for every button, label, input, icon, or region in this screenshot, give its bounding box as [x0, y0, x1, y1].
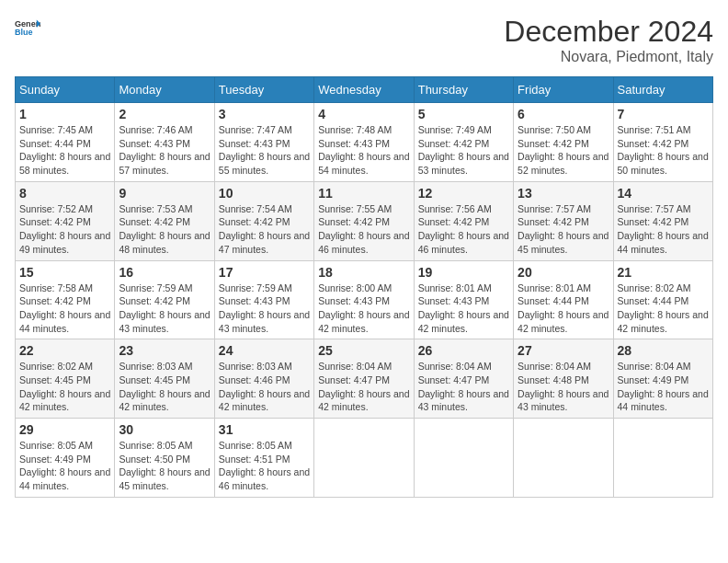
day-info: Sunrise: 8:02 AMSunset: 4:45 PMDaylight:…	[19, 360, 110, 414]
calendar-cell: 12Sunrise: 7:56 AMSunset: 4:42 PMDayligh…	[414, 181, 513, 260]
calendar-cell: 4Sunrise: 7:48 AMSunset: 4:43 PMDaylight…	[314, 103, 414, 182]
day-number: 21	[618, 265, 709, 280]
calendar-day-header: Sunday	[16, 77, 115, 103]
calendar-cell: 31Sunrise: 8:05 AMSunset: 4:51 PMDayligh…	[214, 419, 313, 498]
day-number: 14	[618, 186, 709, 201]
calendar-cell: 28Sunrise: 8:04 AMSunset: 4:49 PMDayligh…	[613, 339, 712, 419]
day-number: 16	[119, 265, 210, 280]
day-number: 13	[518, 186, 609, 201]
day-info: Sunrise: 8:04 AMSunset: 4:48 PMDaylight:…	[518, 360, 609, 414]
day-number: 26	[418, 343, 509, 358]
day-number: 27	[518, 343, 609, 358]
day-number: 10	[219, 186, 310, 201]
day-info: Sunrise: 7:58 AMSunset: 4:42 PMDaylight:…	[19, 282, 110, 336]
day-info: Sunrise: 8:00 AMSunset: 4:43 PMDaylight:…	[318, 282, 409, 336]
day-number: 25	[318, 343, 409, 358]
calendar-day-header: Saturday	[613, 77, 712, 103]
day-info: Sunrise: 7:57 AMSunset: 4:42 PMDaylight:…	[518, 202, 609, 257]
day-info: Sunrise: 7:47 AMSunset: 4:43 PMDaylight:…	[219, 123, 310, 178]
calendar-cell: 14Sunrise: 7:57 AMSunset: 4:42 PMDayligh…	[613, 181, 712, 260]
calendar-cell	[314, 419, 414, 498]
calendar-cell: 8Sunrise: 7:52 AMSunset: 4:42 PMDaylight…	[16, 181, 115, 260]
day-info: Sunrise: 7:45 AMSunset: 4:44 PMDaylight:…	[19, 123, 110, 178]
logo-icon: General Blue	[15, 15, 40, 40]
calendar-cell	[414, 419, 513, 498]
day-number: 6	[518, 107, 609, 121]
day-number: 18	[318, 265, 409, 280]
day-info: Sunrise: 7:49 AMSunset: 4:42 PMDaylight:…	[418, 123, 509, 178]
calendar-week-row: 22Sunrise: 8:02 AMSunset: 4:45 PMDayligh…	[16, 339, 713, 419]
day-info: Sunrise: 7:51 AMSunset: 4:42 PMDaylight:…	[618, 123, 709, 178]
calendar-cell: 20Sunrise: 8:01 AMSunset: 4:44 PMDayligh…	[514, 260, 613, 339]
page-header: General Blue December 2024 Novara, Piedm…	[15, 15, 713, 65]
day-info: Sunrise: 7:52 AMSunset: 4:42 PMDaylight:…	[19, 202, 110, 257]
calendar-cell: 19Sunrise: 8:01 AMSunset: 4:43 PMDayligh…	[414, 260, 513, 339]
day-number: 5	[418, 107, 509, 121]
day-number: 31	[219, 422, 310, 437]
day-info: Sunrise: 8:05 AMSunset: 4:49 PMDaylight:…	[19, 439, 110, 493]
day-number: 23	[119, 343, 210, 358]
day-info: Sunrise: 7:54 AMSunset: 4:42 PMDaylight:…	[219, 202, 310, 257]
day-info: Sunrise: 8:01 AMSunset: 4:43 PMDaylight:…	[418, 282, 509, 336]
day-number: 19	[418, 265, 509, 280]
calendar-cell: 11Sunrise: 7:55 AMSunset: 4:42 PMDayligh…	[314, 181, 414, 260]
title-section: December 2024 Novara, Piedmont, Italy	[504, 15, 713, 65]
calendar-cell: 30Sunrise: 8:05 AMSunset: 4:50 PMDayligh…	[115, 419, 214, 498]
day-info: Sunrise: 8:01 AMSunset: 4:44 PMDaylight:…	[518, 282, 609, 336]
day-info: Sunrise: 7:46 AMSunset: 4:43 PMDaylight:…	[119, 123, 210, 178]
calendar-cell: 18Sunrise: 8:00 AMSunset: 4:43 PMDayligh…	[314, 260, 414, 339]
calendar-cell: 2Sunrise: 7:46 AMSunset: 4:43 PMDaylight…	[115, 103, 214, 182]
calendar-day-header: Tuesday	[214, 77, 313, 103]
day-info: Sunrise: 8:02 AMSunset: 4:44 PMDaylight:…	[618, 282, 709, 336]
day-info: Sunrise: 7:50 AMSunset: 4:42 PMDaylight:…	[518, 123, 609, 178]
calendar-week-row: 29Sunrise: 8:05 AMSunset: 4:49 PMDayligh…	[16, 419, 713, 498]
day-number: 17	[219, 265, 310, 280]
day-number: 29	[19, 422, 110, 437]
day-number: 7	[618, 107, 709, 121]
day-number: 12	[418, 186, 509, 201]
calendar-day-header: Monday	[115, 77, 214, 103]
calendar-cell: 6Sunrise: 7:50 AMSunset: 4:42 PMDaylight…	[514, 103, 613, 182]
calendar-cell: 5Sunrise: 7:49 AMSunset: 4:42 PMDaylight…	[414, 103, 513, 182]
day-info: Sunrise: 7:57 AMSunset: 4:42 PMDaylight:…	[618, 202, 709, 257]
day-number: 8	[19, 186, 110, 201]
calendar-cell: 22Sunrise: 8:02 AMSunset: 4:45 PMDayligh…	[16, 339, 115, 419]
day-info: Sunrise: 8:04 AMSunset: 4:47 PMDaylight:…	[318, 360, 409, 414]
day-info: Sunrise: 7:48 AMSunset: 4:43 PMDaylight:…	[318, 123, 409, 178]
calendar-cell: 1Sunrise: 7:45 AMSunset: 4:44 PMDaylight…	[16, 103, 115, 182]
day-number: 9	[119, 186, 210, 201]
day-number: 3	[219, 107, 310, 121]
day-info: Sunrise: 7:56 AMSunset: 4:42 PMDaylight:…	[418, 202, 509, 257]
calendar-cell: 25Sunrise: 8:04 AMSunset: 4:47 PMDayligh…	[314, 339, 414, 419]
calendar-cell: 9Sunrise: 7:53 AMSunset: 4:42 PMDaylight…	[115, 181, 214, 260]
day-info: Sunrise: 8:04 AMSunset: 4:47 PMDaylight:…	[418, 360, 509, 414]
day-info: Sunrise: 7:59 AMSunset: 4:42 PMDaylight:…	[119, 282, 210, 336]
calendar-cell	[514, 419, 613, 498]
calendar-day-header: Friday	[514, 77, 613, 103]
calendar-week-row: 15Sunrise: 7:58 AMSunset: 4:42 PMDayligh…	[16, 260, 713, 339]
calendar-cell: 7Sunrise: 7:51 AMSunset: 4:42 PMDaylight…	[613, 103, 712, 182]
day-info: Sunrise: 7:53 AMSunset: 4:42 PMDaylight:…	[119, 202, 210, 257]
day-number: 1	[19, 107, 110, 121]
calendar-cell: 29Sunrise: 8:05 AMSunset: 4:49 PMDayligh…	[16, 419, 115, 498]
calendar-cell: 17Sunrise: 7:59 AMSunset: 4:43 PMDayligh…	[214, 260, 313, 339]
day-info: Sunrise: 7:55 AMSunset: 4:42 PMDaylight:…	[318, 202, 409, 257]
day-number: 4	[318, 107, 409, 121]
day-info: Sunrise: 8:03 AMSunset: 4:46 PMDaylight:…	[219, 360, 310, 414]
calendar-cell: 27Sunrise: 8:04 AMSunset: 4:48 PMDayligh…	[514, 339, 613, 419]
day-info: Sunrise: 8:05 AMSunset: 4:51 PMDaylight:…	[219, 439, 310, 493]
calendar-table: SundayMondayTuesdayWednesdayThursdayFrid…	[15, 76, 713, 498]
calendar-day-header: Thursday	[414, 77, 513, 103]
svg-text:Blue: Blue	[15, 28, 33, 37]
day-number: 11	[318, 186, 409, 201]
day-number: 24	[219, 343, 310, 358]
day-info: Sunrise: 8:04 AMSunset: 4:49 PMDaylight:…	[618, 360, 709, 414]
day-info: Sunrise: 7:59 AMSunset: 4:43 PMDaylight:…	[219, 282, 310, 336]
calendar-cell: 13Sunrise: 7:57 AMSunset: 4:42 PMDayligh…	[514, 181, 613, 260]
day-number: 2	[119, 107, 210, 121]
day-number: 30	[119, 422, 210, 437]
day-number: 28	[618, 343, 709, 358]
calendar-cell: 10Sunrise: 7:54 AMSunset: 4:42 PMDayligh…	[214, 181, 313, 260]
calendar-week-row: 8Sunrise: 7:52 AMSunset: 4:42 PMDaylight…	[16, 181, 713, 260]
calendar-cell: 24Sunrise: 8:03 AMSunset: 4:46 PMDayligh…	[214, 339, 313, 419]
